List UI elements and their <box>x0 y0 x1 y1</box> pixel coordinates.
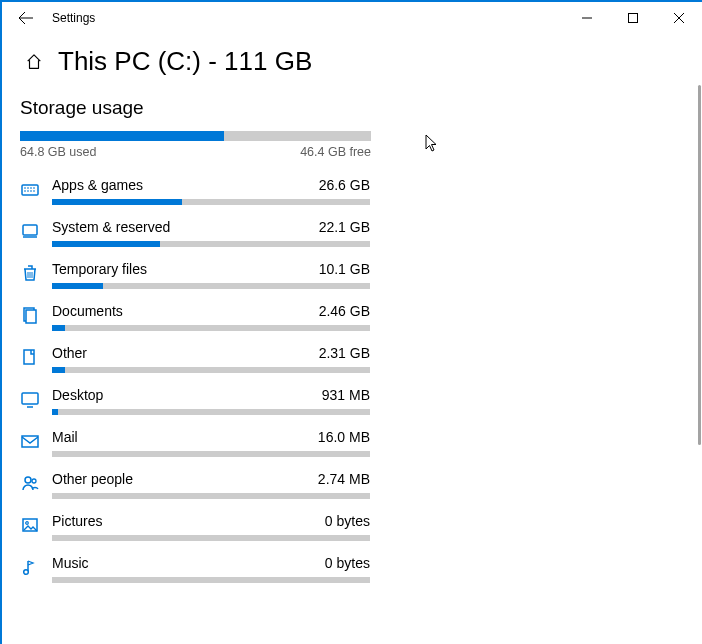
mail-icon <box>20 431 40 451</box>
category-name: Music <box>52 555 89 571</box>
category-bar-fill <box>52 241 160 247</box>
system-icon <box>20 221 40 241</box>
category-bar <box>52 577 370 583</box>
svg-point-8 <box>25 477 31 483</box>
category-size: 0 bytes <box>325 513 370 529</box>
maximize-button[interactable] <box>610 2 656 34</box>
category-bar-fill <box>52 325 65 331</box>
category-name: Documents <box>52 303 123 319</box>
svg-rect-6 <box>22 393 38 404</box>
svg-rect-7 <box>22 436 38 447</box>
category-name: Mail <box>52 429 78 445</box>
category-bar-fill <box>52 199 182 205</box>
people-icon <box>20 473 40 493</box>
category-bar <box>52 325 370 331</box>
category-size: 10.1 GB <box>319 261 370 277</box>
category-size: 2.31 GB <box>319 345 370 361</box>
free-label: 46.4 GB free <box>300 145 371 159</box>
category-trash[interactable]: Temporary files10.1 GB <box>20 261 380 289</box>
maximize-icon <box>628 13 638 23</box>
category-documents[interactable]: Documents2.46 GB <box>20 303 380 331</box>
category-desktop[interactable]: Desktop931 MB <box>20 387 380 415</box>
minimize-icon <box>582 13 592 23</box>
category-bar <box>52 367 370 373</box>
apps-icon <box>20 179 40 199</box>
desktop-icon <box>20 389 40 409</box>
documents-icon <box>20 305 40 325</box>
used-label: 64.8 GB used <box>20 145 96 159</box>
svg-point-12 <box>24 570 29 575</box>
category-music[interactable]: Music0 bytes <box>20 555 380 583</box>
category-people[interactable]: Other people2.74 MB <box>20 471 380 499</box>
category-name: Pictures <box>52 513 103 529</box>
category-bar <box>52 493 370 499</box>
svg-point-11 <box>26 522 29 525</box>
back-button[interactable] <box>2 2 50 34</box>
category-size: 16.0 MB <box>318 429 370 445</box>
category-bar <box>52 535 370 541</box>
category-bar <box>52 409 370 415</box>
section-title: Storage usage <box>20 97 380 119</box>
category-name: Apps & games <box>52 177 143 193</box>
category-name: System & reserved <box>52 219 170 235</box>
scrollbar[interactable] <box>698 85 701 644</box>
category-bar <box>52 199 370 205</box>
category-mail[interactable]: Mail16.0 MB <box>20 429 380 457</box>
svg-rect-5 <box>24 350 34 364</box>
storage-content: Storage usage 64.8 GB used 46.4 GB free … <box>2 97 380 583</box>
category-bar-fill <box>52 283 103 289</box>
category-name: Desktop <box>52 387 103 403</box>
svg-rect-2 <box>23 225 37 235</box>
overall-usage-bar <box>20 131 371 141</box>
category-bar-fill <box>52 409 58 415</box>
music-icon <box>20 557 40 577</box>
category-bar-fill <box>52 367 65 373</box>
category-size: 26.6 GB <box>319 177 370 193</box>
category-bar <box>52 241 370 247</box>
svg-rect-1 <box>22 185 38 195</box>
category-apps[interactable]: Apps & games26.6 GB <box>20 177 380 205</box>
category-size: 931 MB <box>322 387 370 403</box>
other-icon <box>20 347 40 367</box>
window-title: Settings <box>50 11 95 25</box>
trash-icon <box>20 263 40 283</box>
category-size: 0 bytes <box>325 555 370 571</box>
home-button[interactable] <box>20 48 48 76</box>
category-bar <box>52 451 370 457</box>
arrow-left-icon <box>18 10 34 26</box>
pictures-icon <box>20 515 40 535</box>
category-bar <box>52 283 370 289</box>
overall-usage-fill <box>20 131 224 141</box>
category-system[interactable]: System & reserved22.1 GB <box>20 219 380 247</box>
close-button[interactable] <box>656 2 702 34</box>
category-size: 2.46 GB <box>319 303 370 319</box>
page-header: This PC (C:) - 111 GB <box>2 34 702 85</box>
category-name: Other <box>52 345 87 361</box>
category-size: 2.74 MB <box>318 471 370 487</box>
minimize-button[interactable] <box>564 2 610 34</box>
category-other[interactable]: Other2.31 GB <box>20 345 380 373</box>
svg-rect-4 <box>26 310 36 323</box>
page-title: This PC (C:) - 111 GB <box>58 46 312 77</box>
category-size: 22.1 GB <box>319 219 370 235</box>
scrollbar-thumb[interactable] <box>698 85 701 445</box>
svg-rect-0 <box>629 14 638 23</box>
overall-labels: 64.8 GB used 46.4 GB free <box>20 145 371 159</box>
svg-point-9 <box>32 479 36 483</box>
home-icon <box>25 53 43 71</box>
titlebar: Settings <box>2 2 702 34</box>
category-name: Temporary files <box>52 261 147 277</box>
close-icon <box>674 13 684 23</box>
category-pictures[interactable]: Pictures0 bytes <box>20 513 380 541</box>
category-name: Other people <box>52 471 133 487</box>
